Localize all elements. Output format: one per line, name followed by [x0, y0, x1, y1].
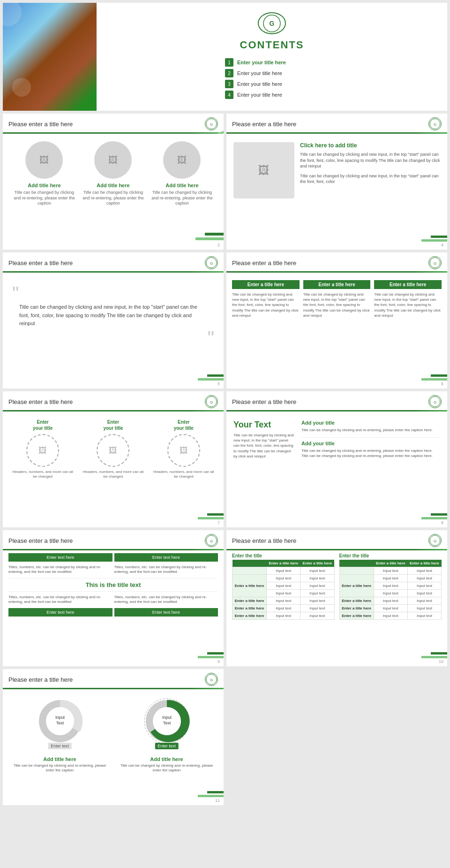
cell: Input text	[374, 582, 407, 590]
svg-text:G: G	[210, 261, 213, 266]
add-title-1: Add your title	[301, 420, 440, 426]
slide-title: Please enter a title here	[8, 676, 73, 683]
quote-content: " Title can be changed by clicking and n…	[3, 276, 224, 355]
cell: Input text	[407, 575, 441, 582]
item-text: Enter your title here	[237, 70, 282, 76]
row-header: Enter a title here	[232, 597, 267, 605]
cell: Input text	[300, 567, 334, 575]
enter-text-btn-4: Enter text here	[114, 608, 218, 617]
cell: Input text	[267, 597, 300, 605]
cell: Input text	[374, 612, 407, 620]
image-card-row: 🖼 Add title here Title can be changed by…	[3, 137, 224, 211]
col-text: Title can be changed by clicking and new…	[232, 292, 300, 318]
svg-text:Input: Input	[55, 715, 65, 720]
th: Enter a title here	[300, 560, 334, 567]
slide-title: Please enter a title here	[8, 398, 73, 405]
img-placeholder: 🖼	[163, 141, 201, 179]
img-placeholder: 🖼	[25, 141, 63, 179]
cell: Input text	[267, 582, 300, 590]
quote-mark-open: "	[12, 286, 214, 301]
svg-text:Text: Text	[56, 721, 64, 725]
col-text: Title can be changed by clicking and new…	[303, 292, 371, 318]
img-card-2: 🖼 Add title here Title can be changed by…	[82, 141, 144, 206]
cell: Input text	[407, 597, 441, 605]
cell: Input text	[300, 582, 334, 590]
text-top-left: Titles, numbers, etc. can be changed by …	[8, 563, 112, 576]
center-title: This is the title text	[8, 578, 218, 592]
slide-title: Please enter a title here	[232, 398, 296, 405]
circle-img: 🖼	[167, 434, 200, 467]
slide-header: Please enter a title here G	[3, 530, 224, 549]
slide-8: Please enter a title here G Enter text h…	[3, 530, 224, 666]
add-title-2: Add your title	[301, 441, 440, 446]
circle-top-title: Enteryour title	[82, 419, 145, 431]
quote-mark-close: "	[12, 330, 214, 345]
slide-number: 4	[441, 243, 443, 247]
cell: Input text	[374, 605, 407, 612]
table2-title: Enter the title	[339, 553, 442, 558]
cell: Input text	[407, 590, 441, 597]
pie2-info: Add title here Title can be changed by c…	[117, 756, 217, 773]
circle-img: 🖼	[97, 434, 129, 467]
cell: Input text	[267, 612, 300, 620]
svg-text:G: G	[434, 261, 436, 266]
add-text-1: Title can be changed by clicking and re-…	[301, 427, 440, 433]
slide-1: G CONTENTS 1 Enter your title here 2 Ent…	[3, 3, 447, 111]
slide-title: Please enter a title here	[232, 259, 296, 266]
slide9-content: Enter the title Enter a title here Enter…	[226, 553, 447, 620]
row-header: Enter a title here	[339, 605, 374, 612]
data-table-1: Enter a title here Enter a title here In…	[232, 560, 335, 620]
list-item: 3 Enter your title here	[225, 80, 319, 88]
cell: Input text	[374, 590, 407, 597]
circle-item-2: Enteryour title 🖼 Headers, numbers, and …	[82, 419, 145, 480]
card-title: Add title here	[151, 183, 213, 188]
text-bot-right: Titles, numbers, etc. can be changed by …	[114, 594, 218, 606]
circle-caption: Headers, numbers, and more can all be ch…	[82, 470, 145, 480]
col-header: Enter a title here	[303, 280, 371, 289]
logo: G	[258, 12, 286, 34]
slide-number: 6	[441, 381, 443, 386]
slide-9: Please enter a title here G Enter the ti…	[226, 530, 447, 666]
slide-header: Please enter a title here G	[226, 391, 447, 410]
data-table-2: Enter a title here Enter a title here In…	[339, 560, 442, 620]
th	[232, 560, 267, 567]
slide-header: Please enter a title here G	[226, 530, 447, 549]
cell: Input text	[300, 605, 334, 612]
svg-text:G: G	[434, 122, 436, 127]
svg-text:G: G	[210, 400, 213, 404]
slide-title: Please enter a title here	[232, 121, 296, 128]
svg-text:G: G	[210, 678, 213, 682]
slide-number: 7	[218, 520, 220, 525]
circle-row: Enteryour title 🖼 Headers, numbers, and …	[3, 415, 224, 483]
slide-title: Please enter a title here	[232, 537, 296, 544]
th: Enter a title here	[407, 560, 441, 567]
slide-header: Please enter a title here G	[226, 252, 447, 271]
col-card-2: Enter a title here Title can be changed …	[303, 280, 371, 318]
pie-label-2: Enter text	[155, 743, 179, 749]
contents-title: CONTENTS	[240, 39, 304, 51]
slide-logo: G	[205, 256, 218, 269]
row-header	[339, 567, 374, 575]
slide-number: 5	[218, 381, 220, 386]
slide-logo: G	[428, 117, 442, 130]
row-header: Enter a title here	[339, 612, 374, 620]
add-text-2: Title can be changed by clicking and re-…	[301, 448, 440, 458]
slide-title: Please enter a title here	[8, 259, 73, 266]
row-header: Enter a title here	[232, 575, 267, 597]
slide7-content: Your Text Title can be changed by clicki…	[226, 415, 447, 468]
item-num: 3	[225, 80, 233, 88]
slide-header: Please enter a title here G	[3, 669, 224, 688]
item-num: 1	[225, 58, 233, 67]
slide3-image: 🖼	[233, 142, 294, 198]
cell: Input text	[407, 582, 441, 590]
slide-header: Please enter a title here G	[3, 252, 224, 271]
slide-header: Please enter a title here G	[3, 114, 224, 132]
slide-number: 10	[439, 659, 443, 664]
enter-text-btn-2: Enter text here	[114, 553, 218, 562]
pie2-title: Add title here	[117, 756, 217, 762]
circle-img: 🖼	[26, 434, 59, 467]
cell: Input text	[267, 590, 300, 597]
pie1-info: Add title here Title can be changed by c…	[10, 756, 110, 773]
pie-2: Input Text Enter text	[141, 695, 193, 747]
slide7-right: Add your title Title can be changed by c…	[301, 420, 440, 464]
